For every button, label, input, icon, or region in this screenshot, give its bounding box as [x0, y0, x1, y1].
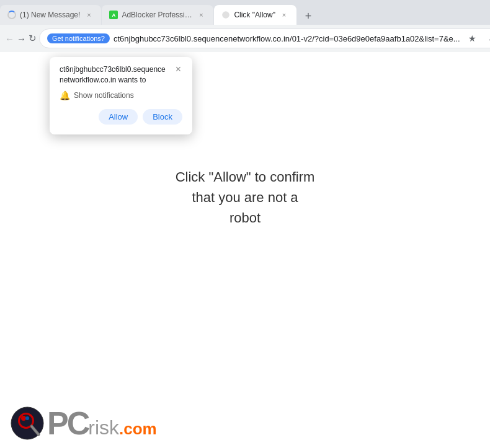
notification-badge[interactable]: Get notifications? — [47, 33, 110, 43]
pcrisk-logo: PC risk .com — [10, 405, 157, 442]
tab-adblocker[interactable]: A AdBlocker Professional × — [102, 5, 213, 25]
tab-label-new-message: (1) New Message! — [20, 11, 80, 19]
tab-close-adblocker[interactable]: × — [196, 10, 206, 20]
tab-favicon-click-allow — [221, 11, 230, 19]
address-text: ct6njbghubcc73c6lbl0.sequencenetworkflow… — [114, 34, 460, 43]
svg-point-4 — [21, 416, 26, 421]
main-text-line3: robot — [229, 210, 261, 226]
tab-label-click-allow: Click "Allow" — [234, 11, 275, 19]
bookmark-star-icon[interactable]: ★ — [464, 30, 481, 47]
main-text-line2: that you are not a — [192, 190, 298, 205]
popup-close-button[interactable]: × — [174, 64, 182, 74]
svg-point-3 — [20, 415, 32, 427]
tab-close-click-allow[interactable]: × — [279, 10, 289, 20]
tab-new-message[interactable]: (1) New Message! × — [0, 5, 101, 25]
block-button[interactable]: Block — [143, 109, 182, 125]
tab-label-adblocker: AdBlocker Professional — [122, 11, 192, 19]
tab-close-new-message[interactable]: × — [84, 10, 94, 20]
tab-bar: (1) New Message! × A AdBlocker Professio… — [0, 0, 490, 25]
forward-button[interactable]: → — [17, 30, 26, 47]
tab-favicon-adblocker: A — [109, 11, 118, 19]
popup-show-notifications-row: 🔔 Show notifications — [60, 90, 182, 100]
page-content: ct6njbghubcc73c6lbl0.sequence networkflo… — [0, 52, 490, 448]
bell-icon: 🔔 — [60, 90, 70, 100]
download-icon[interactable]: ⇓ — [483, 30, 490, 47]
svg-point-5 — [25, 416, 29, 420]
main-text-line1: Click "Allow" to confirm — [176, 169, 315, 185]
address-bar-icons: ★ ⇓ ☺ — [464, 30, 490, 47]
popup-header: ct6njbghubcc73c6lbl0.sequence networkflo… — [60, 64, 182, 86]
svg-point-0 — [223, 11, 230, 19]
main-content-text: Click "Allow" to confirm that you are no… — [0, 167, 490, 228]
show-notifications-label: Show notifications — [74, 91, 134, 100]
pcrisk-wordmark: PC risk .com — [47, 405, 157, 442]
pcrisk-icon — [10, 406, 45, 441]
allow-button[interactable]: Allow — [99, 109, 138, 125]
new-tab-button[interactable]: + — [300, 7, 317, 25]
notification-popup: ct6njbghubcc73c6lbl0.sequence networkflo… — [50, 57, 192, 134]
popup-title: ct6njbghubcc73c6lbl0.sequence networkflo… — [60, 64, 174, 86]
browser-window: (1) New Message! × A AdBlocker Professio… — [0, 0, 490, 448]
pcrisk-domain-text: .com — [119, 419, 157, 439]
tab-spinner-icon — [7, 11, 16, 19]
toolbar: ← → ↻ Get notifications? ct6njbghubcc73c… — [0, 25, 490, 52]
reload-button[interactable]: ↻ — [29, 30, 37, 47]
back-button[interactable]: ← — [5, 30, 14, 47]
tab-click-allow[interactable]: Click "Allow" × — [214, 5, 296, 25]
pcrisk-risk-text: risk — [88, 416, 119, 439]
pcrisk-pc-text: PC — [47, 405, 88, 442]
popup-actions: Allow Block — [60, 109, 182, 125]
address-bar[interactable]: Get notifications? ct6njbghubcc73c6lbl0.… — [39, 29, 490, 48]
